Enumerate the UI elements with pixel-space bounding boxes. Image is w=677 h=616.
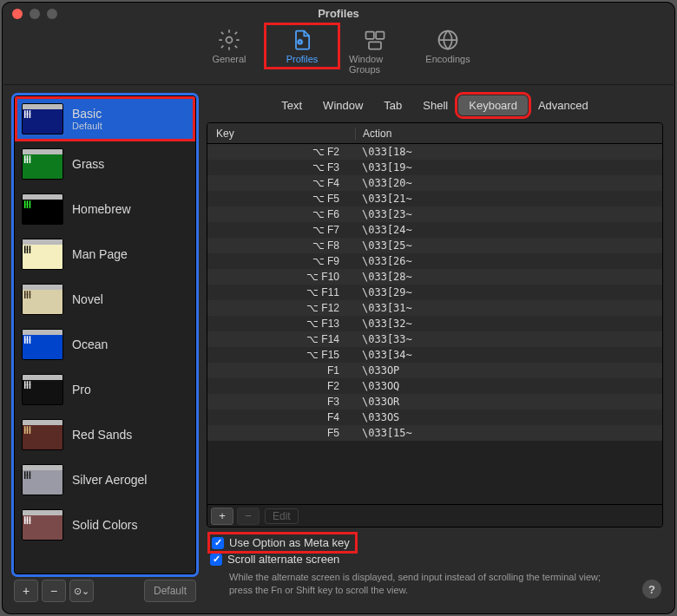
profile-basic[interactable]: ▌▌▌▌▌▌BasicDefault	[15, 96, 195, 141]
traffic-lights	[12, 9, 57, 19]
profile-pro[interactable]: ▌▌▌▌▌▌Pro	[15, 367, 195, 412]
cell-key: F4	[207, 411, 355, 423]
window-title: Profiles	[2, 7, 675, 20]
profile-novel[interactable]: ▌▌▌▌▌▌Novel	[15, 277, 195, 322]
toolbar-general[interactable]: General	[193, 24, 266, 68]
profile-list[interactable]: ▌▌▌▌▌▌BasicDefault▌▌▌▌▌▌Grass▌▌▌▌▌▌Homeb…	[14, 95, 196, 574]
help-button[interactable]: ?	[642, 580, 661, 599]
table-row[interactable]: ⌥ F13\033[32~	[207, 316, 662, 331]
checkmark-icon: ✓	[212, 537, 224, 549]
cell-action: \033[32~	[355, 318, 662, 330]
cell-action: \033[15~	[355, 427, 662, 439]
profile-thumbnail: ▌▌▌▌▌▌	[22, 419, 63, 450]
remove-keybinding-button[interactable]: −	[237, 508, 260, 525]
table-body[interactable]: ⌥ F2\033[18~⌥ F3\033[19~⌥ F4\033[20~⌥ F5…	[207, 144, 662, 504]
zoom-button[interactable]	[47, 9, 57, 19]
table-row[interactable]: F2\033OQ	[207, 378, 662, 394]
cell-key: ⌥ F13	[207, 318, 355, 330]
column-key[interactable]: Key	[207, 128, 355, 140]
table-row[interactable]: ⌥ F6\033[23~	[207, 206, 662, 222]
profile-silver-aerogel[interactable]: ▌▌▌▌▌▌Silver Aerogel	[15, 457, 195, 502]
toolbar-label: Encodings	[425, 54, 470, 64]
profile-name: Ocean	[72, 337, 108, 351]
cell-key: ⌥ F5	[207, 193, 355, 205]
cell-action: \033[18~	[355, 146, 662, 158]
profile-thumbnail: ▌▌▌▌▌▌	[22, 193, 63, 225]
table-row[interactable]: F4\033OS	[207, 410, 662, 425]
preferences-window: Profiles GeneralProfilesWindow GroupsEnc…	[2, 2, 675, 614]
table-row[interactable]: ⌥ F7\033[24~	[207, 222, 662, 238]
cell-key: F5	[207, 427, 355, 439]
remove-profile-button[interactable]: −	[42, 580, 66, 602]
table-row[interactable]: F3\033OR	[207, 394, 662, 410]
add-profile-button[interactable]: +	[14, 580, 38, 602]
profile-name: Pro	[72, 383, 91, 396]
cell-key: ⌥ F14	[207, 333, 355, 345]
cell-action: \033[23~	[355, 208, 662, 220]
cell-key: ⌥ F9	[207, 255, 355, 267]
cell-key: ⌥ F4	[207, 177, 355, 189]
close-button[interactable]	[12, 9, 23, 19]
toolbar-label: General	[212, 54, 246, 64]
table-row[interactable]: ⌥ F3\033[19~	[207, 160, 662, 175]
profile-homebrew[interactable]: ▌▌▌▌▌▌Homebrew	[15, 187, 195, 232]
profile-solid-colors[interactable]: ▌▌▌▌▌▌Solid Colors	[15, 502, 195, 547]
profile-grass[interactable]: ▌▌▌▌▌▌Grass	[15, 141, 195, 187]
profile-man-page[interactable]: ▌▌▌▌▌▌Man Page	[15, 232, 195, 277]
cell-key: ⌥ F3	[207, 161, 355, 174]
cell-key: ⌥ F15	[207, 349, 355, 361]
profile-actions-menu[interactable]: ⊙⌄	[69, 580, 94, 602]
table-row[interactable]: ⌥ F5\033[21~	[207, 191, 662, 206]
table-row[interactable]: ⌥ F11\033[29~	[207, 285, 662, 300]
minimize-button[interactable]	[30, 9, 40, 19]
edit-keybinding-button[interactable]: Edit	[265, 508, 299, 524]
use-option-as-meta-label: Use Option as Meta key	[229, 536, 350, 549]
toolbar-profiles[interactable]: Profiles	[266, 24, 338, 68]
cell-key: F1	[207, 364, 355, 377]
scroll-alternate-screen-checkbox[interactable]: ✓ Scroll alternate screen	[210, 551, 660, 567]
column-action[interactable]: Action	[355, 128, 662, 140]
titlebar: Profiles	[2, 2, 675, 24]
general-icon	[217, 28, 241, 52]
cell-key: ⌥ F6	[207, 208, 355, 220]
use-option-as-meta-checkbox[interactable]: ✓ Use Option as Meta key	[210, 534, 355, 551]
toolbar-encodings[interactable]: Encodings	[411, 24, 484, 68]
table-row[interactable]: ⌥ F15\033[34~	[207, 347, 662, 363]
cell-key: ⌥ F2	[207, 146, 355, 158]
table-row[interactable]: ⌥ F8\033[25~	[207, 238, 662, 253]
cell-action: \033[20~	[355, 177, 662, 189]
table-row[interactable]: ⌥ F4\033[20~	[207, 175, 662, 191]
svg-rect-4	[369, 42, 381, 49]
tab-shell[interactable]: Shell	[412, 95, 458, 115]
table-row[interactable]: ⌥ F2\033[18~	[207, 144, 662, 160]
table-row[interactable]: ⌥ F10\033[28~	[207, 269, 662, 285]
cell-action: \033[25~	[355, 239, 662, 252]
keybindings-table: Key Action ⌥ F2\033[18~⌥ F3\033[19~⌥ F4\…	[207, 122, 663, 528]
tab-window[interactable]: Window	[312, 95, 373, 115]
set-default-button[interactable]: Default	[144, 580, 196, 602]
profile-name: Man Page	[72, 247, 128, 261]
svg-rect-3	[376, 32, 384, 39]
cell-action: \033[31~	[355, 302, 662, 314]
table-row[interactable]: ⌥ F12\033[31~	[207, 300, 662, 316]
toolbar-label: Window Groups	[349, 54, 401, 75]
scroll-alternate-screen-label: Scroll alternate screen	[227, 553, 339, 566]
tab-keyboard[interactable]: Keyboard	[458, 95, 528, 115]
tab-text[interactable]: Text	[271, 95, 312, 115]
profiles-icon	[290, 28, 314, 52]
table-row[interactable]: F1\033OP	[207, 363, 662, 378]
profile-red-sands[interactable]: ▌▌▌▌▌▌Red Sands	[15, 412, 195, 457]
settings-tabs: TextWindowTabShellKeyboardAdvanced	[207, 95, 663, 115]
tab-advanced[interactable]: Advanced	[528, 95, 599, 115]
tab-tab[interactable]: Tab	[373, 95, 412, 115]
cell-key: F2	[207, 380, 355, 392]
table-row[interactable]: ⌥ F9\033[26~	[207, 253, 662, 269]
profile-name: Red Sands	[72, 428, 132, 442]
cell-action: \033OP	[355, 364, 662, 377]
table-row[interactable]: ⌥ F14\033[33~	[207, 331, 662, 347]
table-row[interactable]: F5\033[15~	[207, 425, 662, 441]
profile-ocean[interactable]: ▌▌▌▌▌▌Ocean	[15, 322, 195, 367]
keyboard-options: ✓ Use Option as Meta key ✓ Scroll altern…	[207, 528, 663, 602]
toolbar-window-groups[interactable]: Window Groups	[338, 24, 411, 78]
add-keybinding-button[interactable]: +	[211, 508, 233, 525]
